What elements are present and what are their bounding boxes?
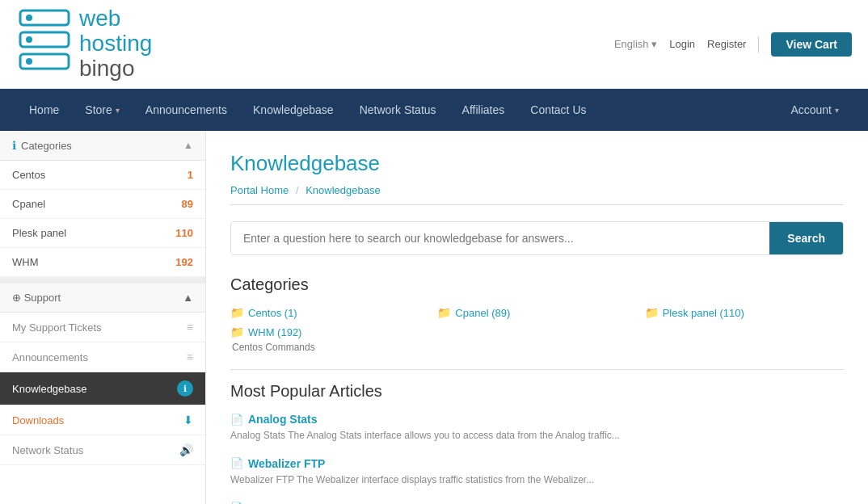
nav-item-announcements[interactable]: Announcements xyxy=(133,89,240,131)
centos-sub-text: Centos Commands xyxy=(230,342,844,353)
sidebar-item-network-status[interactable]: Network Status 🔊 xyxy=(0,435,205,465)
article-desc-1: Webalizer FTP The Webalizer interface di… xyxy=(230,473,844,487)
language-selector[interactable]: English ▾ xyxy=(614,38,657,50)
register-link[interactable]: Register xyxy=(707,38,746,50)
divider xyxy=(230,369,844,370)
divider xyxy=(758,36,759,52)
chevron-up-icon: ▲ xyxy=(183,140,193,151)
category-link-plesk[interactable]: 📁 Plesk panel (110) xyxy=(645,306,844,319)
folder-icon-whm: 📁 xyxy=(230,326,244,338)
sidebar-item-plesk[interactable]: Plesk panel 110 xyxy=(0,219,205,248)
sidebar-item-knowledgebase[interactable]: Knowledgebase ℹ xyxy=(0,372,205,405)
main-content: Knowledgebase Portal Home / Knowledgebas… xyxy=(206,131,868,504)
search-input[interactable] xyxy=(231,222,769,254)
folder-icon-plesk: 📁 xyxy=(645,306,659,319)
categories-grid: 📁 Centos (1) 📁 Cpanel (89) 📁 Plesk panel… xyxy=(230,306,844,319)
breadcrumb-separator: / xyxy=(296,184,299,196)
search-container: Search xyxy=(230,221,844,255)
category-link-whm[interactable]: 📁 WHM (192) xyxy=(230,326,844,338)
top-bar: web hosting bingo English ▾ Login Regist… xyxy=(0,0,868,89)
breadcrumb: Portal Home / Knowledgebase xyxy=(230,184,844,205)
folder-icon-cpanel: 📁 xyxy=(437,306,451,319)
category-cpanel: 📁 Cpanel (89) xyxy=(437,306,636,319)
category-link-centos[interactable]: 📁 Centos (1) xyxy=(230,306,429,319)
download-icon: ⬇ xyxy=(183,414,193,426)
svg-point-1 xyxy=(26,15,32,21)
knowledgebase-badge: ℹ xyxy=(177,380,193,397)
logo-text: web hosting bingo xyxy=(79,6,152,81)
category-centos: 📁 Centos (1) xyxy=(230,306,429,319)
sidebar-item-centos[interactable]: Centos 1 xyxy=(0,161,205,190)
svg-point-5 xyxy=(26,58,32,65)
nav-item-knowledgebase[interactable]: Knowledgebase xyxy=(240,89,347,131)
nav-item-contact-us[interactable]: Contact Us xyxy=(517,89,599,131)
view-cart-button[interactable]: View Cart xyxy=(771,32,852,57)
sidebar-item-support-tickets[interactable]: My Support Tickets ≡ xyxy=(0,313,205,342)
globe-icon: ⊕ xyxy=(12,292,21,304)
list-icon-2: ≡ xyxy=(187,351,193,363)
sidebar-item-announcements[interactable]: Announcements ≡ xyxy=(0,342,205,372)
article-item-1: 📄 Webalizer FTP Webalizer FTP The Webali… xyxy=(230,457,844,487)
categories-title: Categories xyxy=(230,275,844,294)
breadcrumb-home[interactable]: Portal Home xyxy=(230,184,289,196)
sidebar-item-cpanel[interactable]: Cpanel 89 xyxy=(0,190,205,219)
category-plesk: 📁 Plesk panel (110) xyxy=(645,306,844,319)
sidebar-support-header: ⊕ Support ▲ xyxy=(0,277,205,313)
nav-item-network-status[interactable]: Network Status xyxy=(347,89,449,131)
search-button[interactable]: Search xyxy=(769,222,843,254)
logo-icon xyxy=(16,6,73,82)
nav-item-home[interactable]: Home xyxy=(16,89,72,131)
nav-item-affiliates[interactable]: Affiliates xyxy=(449,89,518,131)
article-item-0: 📄 Analog Stats Analog Stats The Analog S… xyxy=(230,413,844,443)
chevron-up-icon-2: ▲ xyxy=(183,292,193,304)
navigation-bar: Home Store ▾ Announcements Knowledgebase… xyxy=(0,89,868,131)
article-icon-0: 📄 xyxy=(230,414,243,426)
sidebar-item-downloads[interactable]: Downloads ⬇ xyxy=(0,405,205,435)
main-layout: ℹ Categories ▲ Centos 1 Cpanel 89 Plesk … xyxy=(0,131,868,504)
logo: web hosting bingo xyxy=(16,6,152,82)
breadcrumb-current: Knowledgebase xyxy=(305,184,381,196)
category-link-cpanel[interactable]: 📁 Cpanel (89) xyxy=(437,306,636,319)
article-icon-1: 📄 xyxy=(230,457,243,469)
sidebar: ℹ Categories ▲ Centos 1 Cpanel 89 Plesk … xyxy=(0,131,206,504)
article-desc-0: Analog Stats The Analog Stats interface … xyxy=(230,429,844,443)
folder-icon-centos: 📁 xyxy=(230,306,244,319)
article-link-2[interactable]: 📄 Awstats xyxy=(230,502,844,504)
sidebar-item-whm[interactable]: WHM 192 xyxy=(0,248,205,277)
nav-item-account[interactable]: Account ▾ xyxy=(777,89,852,131)
svg-point-3 xyxy=(26,36,32,43)
article-link-1[interactable]: 📄 Webalizer FTP xyxy=(230,457,844,470)
top-right-bar: English ▾ Login Register View Cart xyxy=(614,32,852,57)
nav-right: Account ▾ xyxy=(777,89,852,131)
sidebar-categories-header: ℹ Categories ▲ xyxy=(0,131,205,161)
list-icon: ≡ xyxy=(187,321,193,334)
article-link-0[interactable]: 📄 Analog Stats xyxy=(230,413,844,426)
network-icon: 🔊 xyxy=(179,443,193,456)
articles-title: Most Popular Articles xyxy=(230,382,844,401)
login-link[interactable]: Login xyxy=(669,38,695,50)
nav-left: Home Store ▾ Announcements Knowledgebase… xyxy=(16,89,600,131)
nav-item-store[interactable]: Store ▾ xyxy=(72,89,132,131)
info-icon: ℹ xyxy=(12,139,16,152)
page-title: Knowledgebase xyxy=(230,151,844,176)
article-item-2: 📄 Awstats xyxy=(230,502,844,504)
